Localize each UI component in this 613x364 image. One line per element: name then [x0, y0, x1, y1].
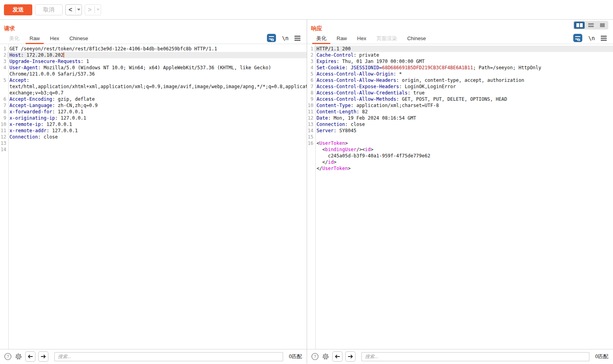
code-line[interactable]: 11x-remote-addr: 127.0.0.1	[0, 127, 307, 134]
code-line[interactable]: 1HTTP/1.1 200	[307, 46, 613, 52]
line-content: Accept-Language: zh-CN,zh;q=0.9	[7, 102, 307, 109]
cancel-button[interactable]: 取消	[35, 4, 63, 15]
code-line[interactable]: 8Access-Control-Allow-Credentials: true	[307, 90, 613, 96]
code-line[interactable]: 13	[0, 140, 307, 146]
code-line[interactable]: 9x-originating-ip: 127.0.0.1	[0, 115, 307, 121]
code-line[interactable]: </UserToken>	[307, 165, 613, 172]
line-number	[307, 165, 314, 172]
settings-gear-icon[interactable]	[322, 353, 330, 360]
tab-hex[interactable]: Hex	[45, 33, 64, 44]
newline-toggle[interactable]: \n	[282, 35, 289, 41]
request-editor[interactable]: 1GET /seeyon/rest/token/rest/8f1c3e9d-12…	[0, 44, 307, 349]
code-line[interactable]: 10Content-Type: application/xml;charset=…	[307, 102, 613, 109]
code-line[interactable]: 4Set-Cookie: JSESSIONID=68D686691B5DFD21…	[307, 65, 613, 71]
history-forward-dropdown[interactable]	[95, 5, 101, 15]
code-line[interactable]: 8x-forwarded-for: 127.0.0.1	[0, 109, 307, 115]
line-content: Host: 172.20.10.202	[7, 52, 307, 58]
help-icon[interactable]: ?	[311, 353, 319, 360]
word-wrap-toggle[interactable]	[267, 34, 276, 42]
tab-raw[interactable]: Raw	[332, 33, 352, 44]
tab-hex[interactable]: Hex	[352, 33, 371, 44]
line-content: Access-Control-Allow-Origin: *	[314, 71, 613, 77]
history-back-dropdown[interactable]	[76, 5, 81, 15]
line-number: 3	[307, 58, 314, 65]
response-tabs: 美化RawHex页面渲染Chinese \n	[307, 32, 613, 44]
line-content: Accept: text/html,application/xhtml+xml,…	[7, 77, 307, 96]
code-line[interactable]: 7Access-Control-Expose-Headers: LoginOK,…	[307, 83, 613, 90]
code-line[interactable]: 2Host: 172.20.10.202	[0, 52, 307, 58]
tab-pretty[interactable]: 美化	[311, 33, 332, 44]
line-content: Accept-Encoding: gzip, deflate	[7, 96, 307, 102]
line-number: 11	[307, 109, 314, 115]
line-content: x-remote-addr: 127.0.0.1	[7, 127, 307, 134]
code-line[interactable]: 12Connection: close	[0, 134, 307, 140]
code-line[interactable]: 3Upgrade-Insecure-Requests: 1	[0, 58, 307, 65]
code-line[interactable]: </id>	[307, 159, 613, 165]
code-line[interactable]: 15	[307, 134, 613, 140]
line-number: 2	[307, 52, 314, 58]
code-line[interactable]: 3Expires: Thu, 01 Jan 1970 00:00:00 GMT	[307, 58, 613, 65]
line-content: Access-Control-Allow-Credentials: true	[314, 90, 613, 96]
send-button[interactable]: 发送	[4, 4, 32, 15]
history-forward-button[interactable]: >	[85, 5, 94, 15]
line-number: 12	[0, 134, 7, 140]
code-line[interactable]: 1GET /seeyon/rest/token/rest/8f1c3e9d-12…	[0, 46, 307, 52]
code-line[interactable]: c245a05d-b3f9-40a1-959f-4f75de779e62	[307, 153, 613, 159]
line-number: 16	[307, 140, 314, 146]
code-line[interactable]: 14Server: SY8045	[307, 127, 613, 134]
line-number: 1	[0, 46, 7, 52]
layout-single-button[interactable]	[597, 22, 607, 29]
line-content: <bindingUser/><id>	[314, 146, 613, 153]
line-content: HTTP/1.1 200	[314, 46, 613, 52]
line-content: Content-Length: 82	[314, 109, 613, 115]
editor-menu-icon[interactable]	[601, 36, 607, 41]
code-line[interactable]: 5Access-Control-Allow-Origin: *	[307, 71, 613, 77]
request-code-lines: 1GET /seeyon/rest/token/rest/8f1c3e9d-12…	[0, 46, 307, 153]
line-content: x-remote-ip: 127.0.0.1	[7, 121, 307, 127]
code-line[interactable]: 7Accept-Language: zh-CN,zh;q=0.9	[0, 102, 307, 109]
code-line[interactable]: 6Access-Control-Allow-Headers: origin, c…	[307, 77, 613, 83]
tab-chinese[interactable]: Chinese	[64, 33, 93, 44]
word-wrap-toggle[interactable]	[573, 34, 582, 42]
code-line[interactable]: 14	[0, 146, 307, 153]
newline-toggle[interactable]: \n	[588, 35, 595, 41]
code-line[interactable]: <bindingUser/><id>	[307, 146, 613, 153]
response-editor[interactable]: 1HTTP/1.1 2002Cache-Control: private3Exp…	[307, 44, 613, 349]
response-panel-title: 响应	[311, 25, 613, 32]
code-line[interactable]: 4User-Agent: Mozilla/5.0 (Windows NT 10.…	[0, 65, 307, 77]
request-search-input[interactable]	[54, 352, 283, 361]
line-number: 4	[307, 65, 314, 71]
response-search-input[interactable]	[361, 352, 589, 361]
line-content: Set-Cookie: JSESSIONID=68D686691B5DFD219…	[314, 65, 613, 71]
line-number: 13	[307, 121, 314, 127]
code-line[interactable]: 10x-remote-ip: 127.0.0.1	[0, 121, 307, 127]
editor-menu-icon[interactable]	[294, 36, 300, 41]
code-line[interactable]: 6Accept-Encoding: gzip, deflate	[0, 96, 307, 102]
tab-raw[interactable]: Raw	[24, 33, 45, 44]
code-line[interactable]: 16<UserToken>	[307, 140, 613, 146]
panels-container: 请求 美化RawHexChinese \n 1GET /seeyon/rest/…	[0, 20, 613, 364]
line-number: 10	[307, 102, 314, 109]
search-prev-button[interactable]	[25, 351, 35, 362]
code-line[interactable]: 12Date: Mon, 19 Feb 2024 08:16:54 GMT	[307, 115, 613, 121]
search-next-button[interactable]	[345, 351, 356, 362]
search-next-button[interactable]	[38, 351, 48, 362]
request-match-count: 0匹配	[289, 353, 302, 360]
code-line[interactable]: 9Access-Control-Allow-Methods: GET, POST…	[307, 96, 613, 102]
layout-columns-button[interactable]	[574, 22, 585, 29]
line-number: 4	[0, 65, 7, 77]
settings-gear-icon[interactable]	[15, 353, 22, 360]
history-back-button[interactable]: <	[66, 5, 75, 15]
code-line[interactable]: 13Connection: close	[307, 121, 613, 127]
response-match-count: 0匹配	[595, 353, 608, 360]
help-icon[interactable]: ?	[4, 353, 12, 360]
layout-rows-button[interactable]	[585, 22, 596, 29]
line-number: 7	[0, 102, 7, 109]
line-number: 8	[0, 109, 7, 115]
code-line[interactable]: 5Accept: text/html,application/xhtml+xml…	[0, 77, 307, 96]
search-prev-button[interactable]	[332, 351, 343, 362]
code-line[interactable]: 2Cache-Control: private	[307, 52, 613, 58]
tab-chinese[interactable]: Chinese	[402, 33, 431, 44]
code-line[interactable]: 11Content-Length: 82	[307, 109, 613, 115]
text-cursor	[63, 52, 64, 57]
